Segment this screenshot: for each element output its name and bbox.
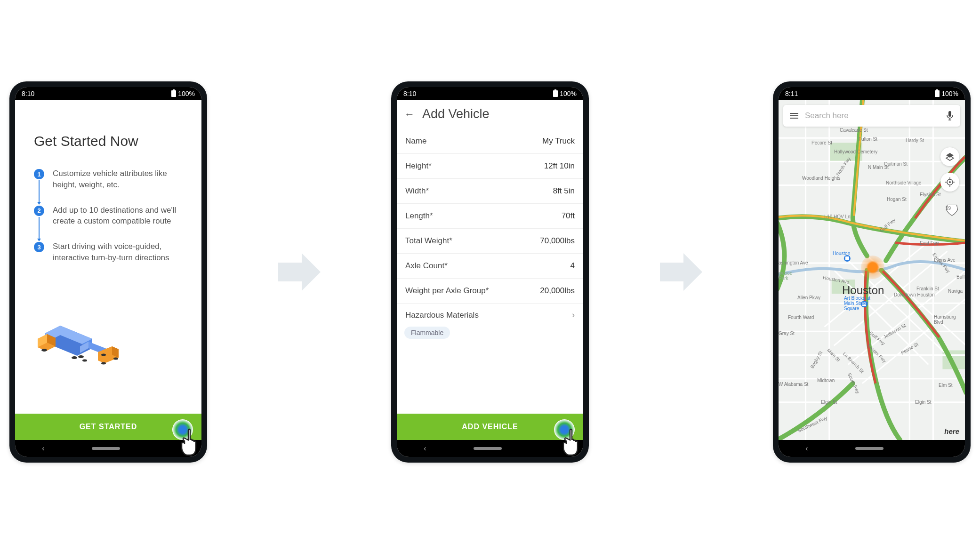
step-2-text: Add up to 10 destinations and we'll crea… (53, 205, 183, 227)
status-bar: 8:11 100% (779, 87, 965, 100)
map-label: Fourth Ward (788, 315, 814, 320)
phone-map: 8:11 100% (773, 81, 971, 463)
layers-icon (945, 152, 955, 161)
back-arrow-icon[interactable]: ← (404, 108, 415, 120)
phone-onboarding: 8:10 100% Get Started Now 1 Customize ve… (9, 81, 207, 463)
map-label: Woodland Heights (802, 176, 841, 181)
battery-icon (935, 90, 940, 97)
nav-home-pill[interactable] (474, 447, 502, 450)
map-label: ashington Ave (779, 260, 808, 265)
svg-rect-46 (948, 111, 951, 117)
battery-icon (171, 90, 176, 97)
field-label: Name (405, 136, 426, 146)
map-label: Hardy St (906, 138, 924, 143)
field-total-weight[interactable]: Total Weight* 70,000lbs (397, 229, 583, 254)
status-time: 8:11 (785, 90, 798, 97)
field-value: 8ft 5in (553, 186, 575, 196)
step-2-badge: 2 (34, 206, 44, 216)
field-hazmat[interactable]: Hazardous Materials › (397, 304, 583, 324)
step-3-text: Start driving with voice-guided, interac… (53, 241, 183, 264)
map-label: Pecore St (811, 140, 832, 145)
map-label: Franklin St (916, 286, 939, 291)
map-view[interactable]: Pecore St Cavalcade St Hollywood Cemeter… (779, 100, 965, 440)
flow-arrow-icon (278, 251, 321, 293)
svg-marker-49 (946, 153, 954, 158)
map-label: Hollywood Cemetery (834, 149, 877, 154)
field-label: Height* (405, 161, 432, 171)
field-height[interactable]: Height* 12ft 10in (397, 154, 583, 179)
page-title: Add Vehicle (422, 107, 490, 121)
field-label: Weight per Axle Group* (405, 286, 489, 296)
android-navbar: ‹ (15, 440, 201, 457)
map-label: Gray St (779, 331, 795, 336)
highway-shield-label: 59 (946, 206, 951, 211)
map-label: Midtown (817, 378, 835, 383)
map-label: W Alabama St (779, 382, 808, 387)
svg-point-8 (78, 355, 84, 358)
locate-button[interactable] (940, 173, 959, 192)
map-label: I-10 HOV Ln (824, 214, 851, 219)
map-label: Hogan St (887, 197, 907, 202)
map-label: Downtown Houston (894, 292, 935, 297)
status-bar: 8:10 100% (397, 87, 583, 100)
hamburger-icon[interactable] (790, 113, 798, 119)
step-3-badge: 3 (34, 242, 44, 252)
field-label: Axle Count* (405, 261, 448, 271)
field-width[interactable]: Width* 8ft 5in (397, 179, 583, 204)
status-time: 8:10 (403, 90, 416, 97)
nav-back-icon[interactable]: ‹ (424, 444, 426, 453)
chevron-right-icon: › (572, 310, 575, 320)
map-label: Buff (956, 274, 965, 280)
map-label: nwoodPark (779, 271, 792, 281)
field-value: 20,000lbs (540, 286, 575, 296)
android-navbar: ‹ (779, 440, 965, 457)
trucks-illustration (34, 320, 119, 367)
map-label: Allen Pkwy (797, 295, 820, 300)
layers-button[interactable] (940, 147, 959, 166)
status-bar: 8:10 100% (15, 87, 201, 100)
field-name[interactable]: Name My Truck (397, 129, 583, 154)
map-label: Northside Village (886, 180, 921, 185)
map-label: Elgin St (821, 400, 837, 405)
nav-home-pill[interactable] (855, 447, 884, 450)
search-input[interactable] (805, 111, 940, 120)
phone-add-vehicle: 8:10 100% ← Add Vehicle Name My Truck (391, 81, 589, 463)
nav-home-pill[interactable] (92, 447, 120, 450)
svg-point-14 (101, 362, 106, 364)
svg-point-9 (72, 356, 77, 359)
field-value: 12ft 10in (544, 161, 575, 171)
field-weight-per-axle[interactable]: Weight per Axle Group* 20,000lbs (397, 279, 583, 304)
field-length[interactable]: Length* 70ft (397, 204, 583, 229)
step-1-badge: 1 (34, 169, 44, 179)
nav-back-icon[interactable]: ‹ (42, 444, 44, 453)
field-label: Total Weight* (405, 236, 452, 246)
svg-point-17 (101, 353, 106, 356)
field-label: Hazardous Materials (405, 311, 479, 320)
status-time: 8:10 (22, 90, 34, 97)
mic-icon[interactable] (946, 111, 954, 121)
poi-label: Art Blocks atMain StreetSquare (844, 296, 870, 311)
flow-arrow-icon (660, 251, 702, 293)
map-label: Elgin St (915, 400, 931, 405)
status-battery: 100% (178, 90, 195, 97)
svg-rect-43 (845, 256, 849, 260)
map-label: Cavalcade St (840, 128, 868, 133)
map-label: Naviga (948, 288, 963, 294)
status-battery: 100% (941, 90, 958, 97)
svg-point-7 (41, 349, 47, 352)
nav-back-icon[interactable]: ‹ (805, 444, 808, 453)
field-value: 70,000lbs (540, 236, 575, 246)
location-marker-icon (861, 256, 884, 279)
transit-label: Houston (833, 251, 850, 256)
field-label: Width* (405, 186, 429, 196)
map-city-label: Houston (842, 284, 884, 297)
map-label: Elysian St (920, 192, 940, 197)
field-axle-count[interactable]: Axle Count* 4 (397, 254, 583, 279)
map-attribution: here (944, 427, 959, 435)
search-bar[interactable] (783, 105, 960, 127)
field-value: 4 (570, 261, 575, 271)
hazmat-tag: Flammable (404, 327, 450, 339)
locate-icon (945, 177, 955, 187)
field-value: 70ft (562, 211, 575, 221)
field-label: Length* (405, 211, 433, 221)
